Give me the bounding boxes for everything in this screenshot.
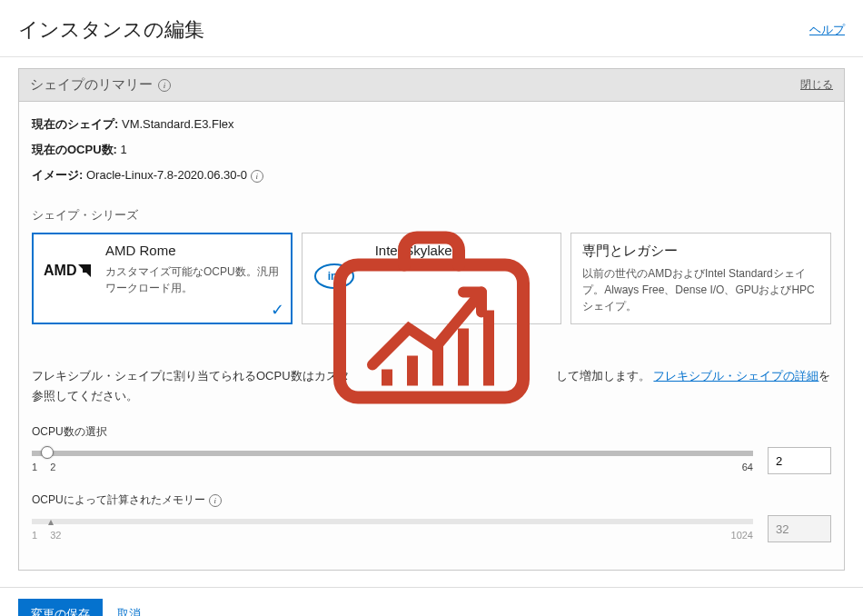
card-desc: 以前の世代のAMDおよびIntel Standardシェイプ。Always Fr… [582,265,819,314]
card-title: AMD Rome [105,243,281,258]
current-shape-value: VM.Standard.E3.Flex [122,117,234,131]
card-title: Intel Skylake [375,243,551,258]
ocpu-value-input[interactable] [768,447,831,474]
shape-card-intel-skylake[interactable]: int Intel Skylake [302,233,562,324]
flex-note: フレキシブル・シェイプに割り当てられるOCPU数はカスタ して増加します。 フレ… [32,366,831,406]
flex-note-middle: して増加します。 [556,369,650,383]
shape-card-amd-rome[interactable]: AMD AMD Rome カスタマイズ可能なOCPU数。汎用ワークロード用。 ✓ [32,233,293,324]
caret-icon: ▴ [48,515,54,528]
shape-series-label: シェイプ・シリーズ [32,207,831,224]
info-icon[interactable]: i [209,494,222,507]
save-button[interactable]: 変更の保存 [18,599,103,616]
svg-text:int: int [327,270,341,283]
memory-slider-block: OCPUによって計算されたメモリー i ▴ 1 32 1024 [32,492,831,542]
current-ocpu-value: 1 [121,143,127,156]
card-title: 専門とレガシー [582,243,819,260]
current-ocpu-row: 現在のOCPU数: 1 [32,142,831,158]
flex-note-prefix: フレキシブル・シェイプに割り当てられるOCPU数はカスタ [32,369,350,383]
shape-summary-panel: シェイプのリマリー i 閉じる 現在のシェイプ: VM.Standard.E3.… [18,68,845,571]
ocpu-slider-block: OCPU数の選択 1 2 64 [32,424,831,474]
memory-slider-label: OCPUによって計算されたメモリー [32,492,205,508]
cancel-link[interactable]: 取消 [117,606,141,616]
slider-max: 1024 [731,530,753,541]
card-desc: カスタマイズ可能なOCPU数。汎用ワークロード用。 [105,263,281,296]
amd-arrow-icon [78,264,91,277]
memory-value-input [768,515,831,542]
info-icon[interactable]: i [251,170,263,183]
ocpu-slider[interactable] [32,451,753,456]
slider-min: 1 [32,530,37,541]
panel-title-text: シェイプのリマリー [30,76,153,94]
current-ocpu-label: 現在のOCPU数: [32,143,117,156]
amd-logo: AMD [44,243,98,314]
current-shape-row: 現在のシェイプ: VM.Standard.E3.Flex [32,116,831,133]
intel-logo: int [313,243,368,314]
slider-near: 2 [50,462,55,472]
slider-thumb[interactable] [41,446,54,459]
current-shape-label: 現在のシェイプ: [32,117,118,131]
info-icon[interactable]: i [158,79,171,92]
ocpu-slider-label: OCPU数の選択 [32,424,831,440]
page-title: インスタンスの編集 [18,16,204,44]
memory-slider: ▴ [32,519,753,524]
image-row: イメージ: Oracle-Linux-7.8-2020.06.30-0 i [32,167,831,184]
flex-shape-details-link[interactable]: フレキシブル・シェイプの詳細 [653,369,818,383]
shape-card-specialty-legacy[interactable]: 専門とレガシー 以前の世代のAMDおよびIntel Standardシェイプ。A… [570,233,831,324]
image-label: イメージ: [32,168,83,182]
image-value: Oracle-Linux-7.8-2020.06.30-0 [86,168,247,182]
slider-min: 1 [32,462,37,472]
panel-title: シェイプのリマリー i [30,76,171,94]
shape-cards: AMD AMD Rome カスタマイズ可能なOCPU数。汎用ワークロード用。 ✓… [32,233,831,324]
slider-near: 32 [50,530,61,541]
check-icon: ✓ [271,300,284,320]
slider-max: 64 [742,462,753,472]
close-link[interactable]: 閉じる [800,77,833,93]
help-link[interactable]: ヘルプ [809,22,845,38]
